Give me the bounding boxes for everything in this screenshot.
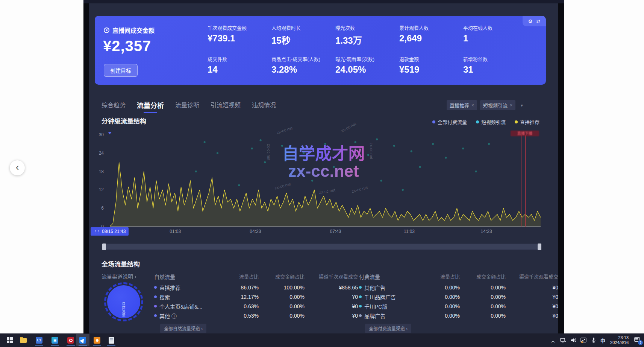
tab-流量诊断[interactable]: 流量诊断	[175, 100, 199, 113]
back-button[interactable]: ‹	[10, 160, 25, 175]
microphone-icon[interactable]	[590, 336, 597, 344]
filter-chip[interactable]: 短视频引流×	[480, 100, 515, 110]
metrics-banner: ⚙ ⇄ 直播间成交金额 ¥2,357 创建目标 千次观看成交金额 ¥739.1人…	[95, 16, 546, 85]
table-row: 千川品牌广告0.00%0.00%¥0	[359, 292, 558, 301]
natural-traffic-table: 自然流量流量占比成交金额占比渠道千次观看成交直播推荐86.07%100.00%¥…	[154, 272, 358, 333]
swap-icon[interactable]: ⇄	[536, 18, 540, 24]
metric-cell: 人均观看时长 15秒	[271, 24, 335, 46]
row-value: ¥0	[506, 294, 558, 300]
table-footer-link[interactable]: 全部付费流量渠道 ›	[365, 324, 411, 333]
volume-icon[interactable]	[570, 336, 577, 344]
metric-cell: 曝光次数 1.33万	[335, 24, 399, 46]
tab-违规情况[interactable]: 违规情况	[252, 100, 276, 113]
chart-title: 分钟级流量结构	[102, 116, 146, 125]
tab-流量分析[interactable]: 流量分析	[137, 100, 164, 113]
tab-bar: 综合趋势流量分析流量诊断引流短视频违规情况	[102, 100, 276, 113]
metric-label: 成交件数	[208, 55, 271, 62]
tab-综合趋势[interactable]: 综合趋势	[102, 100, 126, 113]
legend-item-全部付费流量[interactable]: 全部付费流量	[432, 118, 467, 125]
metrics-grid: 千次观看成交金额 ¥739.1人均观看时长 15秒曝光次数 1.33万累计观看人…	[208, 24, 527, 75]
row-bullet	[359, 314, 362, 317]
column-header: 渠道千次观看成交	[506, 273, 558, 280]
row-name-label: 千川PC版	[364, 303, 387, 310]
row-name-label: 其他广告	[364, 284, 385, 291]
column-header: 渠道千次观看成交	[305, 273, 358, 280]
legend-item-直播推荐[interactable]: 直播推荐	[515, 118, 539, 125]
target-icon	[104, 27, 109, 33]
slider-bar[interactable]	[106, 244, 538, 250]
time-range-slider[interactable]	[102, 244, 541, 250]
row-name: 其他广告	[359, 284, 423, 291]
row-value: 0.00%	[460, 313, 506, 319]
table-footer-link[interactable]: 全部自然流量渠道 ›	[160, 324, 206, 333]
l1-app-icon: L1	[36, 337, 42, 344]
notification-center-icon[interactable]: 3	[633, 336, 642, 344]
x-axis-selected-label[interactable]: ⋮⋮ 08/15 21:43	[91, 227, 129, 236]
slider-handle-left[interactable]	[102, 244, 106, 250]
app-orange[interactable]	[90, 334, 104, 346]
metric-label: 退款金额	[399, 55, 463, 62]
tray-date: 2024/8/16	[610, 340, 629, 345]
table-title: 付费流量	[359, 273, 423, 280]
table-header-row: 自然流量流量占比成交金额占比渠道千次观看成交	[154, 272, 358, 281]
ime-indicator[interactable]: 中	[600, 337, 605, 344]
row-value: 0.00%	[423, 294, 460, 300]
row-value: 0.00%	[259, 313, 305, 319]
metric-label: 曝光-观看率(次数)	[335, 55, 399, 62]
gear-icon[interactable]: ⚙	[528, 18, 533, 24]
notification-badge: 3	[638, 340, 643, 345]
tray-expand-icon[interactable]: ︿	[550, 336, 556, 344]
row-value: ¥0	[305, 303, 358, 309]
app-notepad[interactable]	[105, 334, 118, 346]
chips-dropdown-icon[interactable]: ▾	[518, 103, 525, 108]
metric-cell: 成交件数 14	[208, 55, 271, 75]
app-l1[interactable]: L1	[32, 334, 46, 346]
metric-cell: 累计观看人数 2,649	[399, 24, 463, 46]
metric-value: 2,649	[399, 33, 463, 44]
network-icon[interactable]	[560, 336, 567, 344]
metric-cell: 退款金额 ¥519	[399, 55, 463, 75]
y-axis-arrow-icon	[108, 132, 112, 134]
legend-dot	[432, 120, 435, 123]
row-name-label: 其他 ⓘ	[159, 312, 177, 320]
teal-app-icon: ▣	[52, 337, 58, 344]
chip-remove-icon[interactable]: ×	[471, 103, 474, 108]
app-file-explorer[interactable]	[17, 334, 30, 346]
row-name-label: 千川品牌广告	[364, 293, 396, 301]
create-goal-button[interactable]: 创建目标	[104, 64, 138, 77]
paid-traffic-table: 付费流量流量占比成交金额占比渠道千次观看成交其他广告0.00%0.00%¥0千川…	[359, 272, 558, 333]
row-value: 0.00%	[460, 285, 506, 291]
row-value: ¥858.65	[305, 285, 358, 291]
drag-handle-icon: ⋮⋮	[94, 230, 100, 234]
chip-remove-icon[interactable]: ×	[510, 103, 512, 108]
tab-引流短视频[interactable]: 引流短视频	[211, 100, 241, 113]
y-tick: 12	[99, 187, 104, 192]
app-teal[interactable]: ▣	[48, 334, 62, 346]
row-name-label: 品牌广告	[364, 312, 385, 320]
channel-explain-link[interactable]: 流量渠道说明 ›	[102, 272, 136, 280]
legend-item-短视频引流[interactable]: 短视频引流	[476, 118, 506, 125]
column-header: 流量占比	[221, 273, 259, 280]
metric-value: 1	[463, 33, 527, 44]
banner-title: 直播间成交金额	[104, 26, 155, 35]
app-pointer-active[interactable]	[76, 334, 89, 346]
start-button[interactable]	[3, 334, 17, 346]
filter-chip[interactable]: 直播推荐×	[447, 100, 477, 110]
tray-clock[interactable]: 23:13 2024/8/16	[609, 335, 630, 345]
donut-core: 自然流量	[107, 285, 140, 318]
metric-value: 3.28%	[271, 64, 335, 75]
y-tick: 24	[99, 151, 104, 156]
slider-handle-right[interactable]	[538, 244, 541, 250]
legend-label: 直播推荐	[520, 118, 539, 125]
table-row: 搜索12.17%0.00%¥0	[154, 292, 358, 301]
row-bullet	[359, 295, 362, 298]
metric-value: ¥519	[399, 64, 463, 75]
x-tick: 04:23	[250, 229, 261, 234]
app-red-circle[interactable]	[64, 334, 77, 346]
metric-value: ¥739.1	[208, 33, 271, 44]
row-value: 100.00%	[259, 285, 305, 291]
row-value: 0.00%	[423, 313, 460, 319]
x-tick: 01:03	[170, 229, 181, 234]
table-row: 其他广告0.00%0.00%¥0	[359, 283, 558, 292]
snip-image-icon[interactable]	[580, 336, 587, 344]
